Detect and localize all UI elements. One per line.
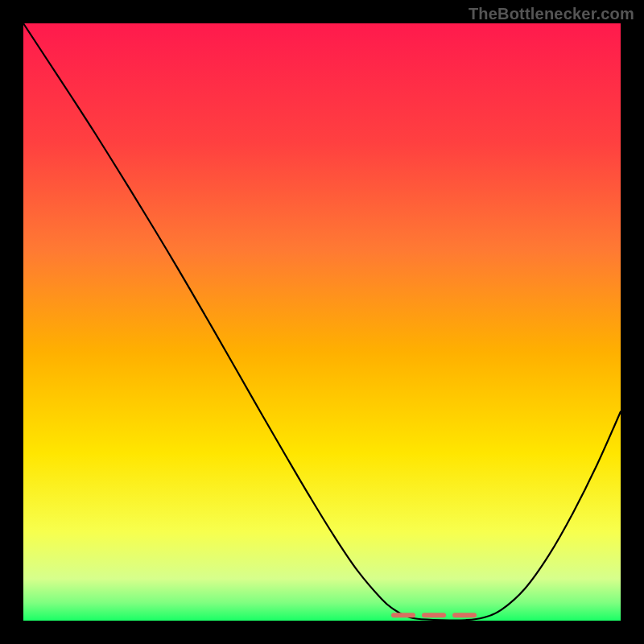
plot-background [23, 23, 621, 621]
bottleneck-chart: TheBottlenecker.com [0, 0, 644, 644]
chart-svg [0, 0, 644, 644]
attribution-text: TheBottlenecker.com [469, 5, 634, 23]
